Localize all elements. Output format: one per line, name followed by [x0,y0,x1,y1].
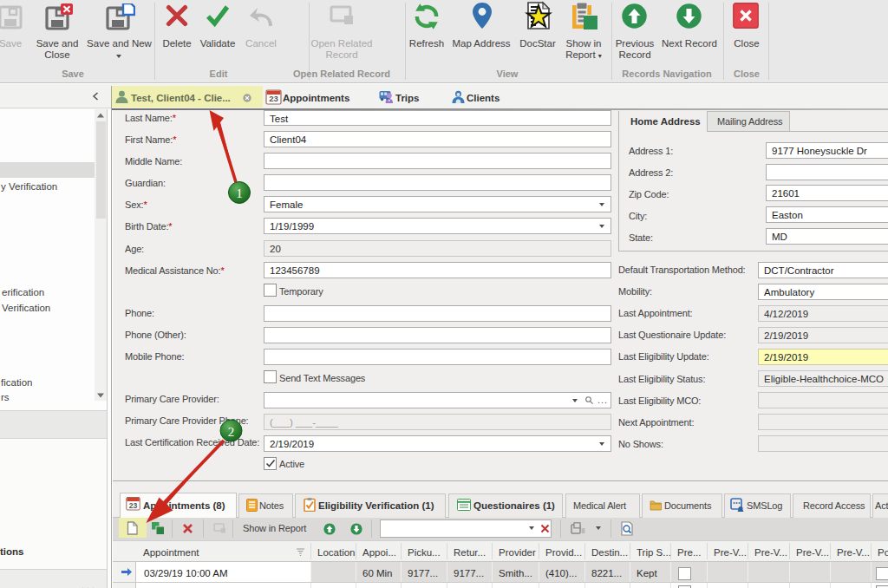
svg-text:23: 23 [269,94,278,103]
svg-text:23: 23 [129,501,138,510]
